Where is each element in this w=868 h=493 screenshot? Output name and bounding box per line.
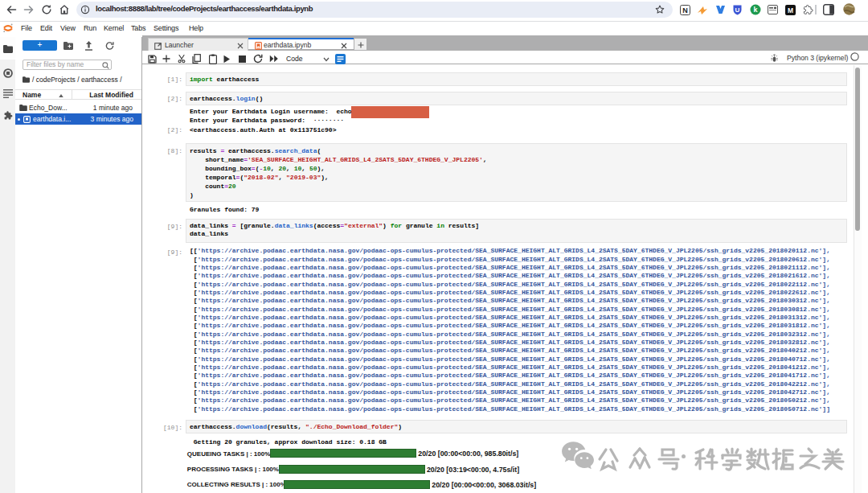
svg-text:U: U <box>735 6 740 14</box>
svg-text:N: N <box>682 6 688 14</box>
svg-text:M: M <box>788 6 793 14</box>
